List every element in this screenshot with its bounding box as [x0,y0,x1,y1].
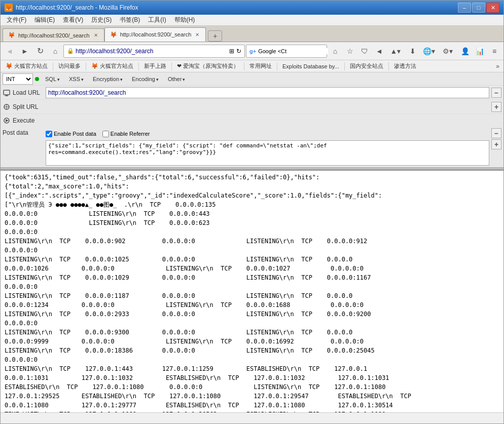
postdata-textarea[interactable] [46,140,489,166]
load-url-actions: – [491,88,501,98]
tab-1-favicon: 🦊 [8,32,15,38]
output-line: 127.0.0.1:29525 ESTABLISHED\r\n TCP 127.… [5,392,499,401]
postdata-minus[interactable]: – [491,128,501,138]
enable-post-checkbox[interactable] [46,131,52,137]
menu-help[interactable]: 帮助(H) [170,15,199,25]
output-line: {"total":2,"max_score":1.0,"hits": [5,182,499,191]
maximize-button[interactable]: □ [472,3,485,13]
load-url-text: Load URL [13,89,40,96]
svg-marker-7 [6,119,9,122]
output-line: 0.0.0.0:1026 0.0.0.0:0 LISTENING\r\n TCP… [5,264,499,273]
tab-1[interactable]: 🦊 http://localhost:9200/_search ✕ [3,28,104,42]
enable-post-label[interactable]: Enable Post data [46,131,96,137]
star-icon[interactable]: ☆ [343,44,357,58]
postdata-label: Post data [3,127,46,136]
minimize-button[interactable]: – [458,3,471,13]
postdata-plus[interactable]: + [491,139,501,149]
bookmark-7-label: Exploits Database by... [282,63,339,69]
menu-edit[interactable]: 编辑(E) [30,15,59,25]
bookmark-1[interactable]: 🦊 火狐官方站点 [3,61,51,71]
encryption-menu[interactable]: Encryption [89,75,127,83]
output-line: ["\r\n管理员 Э ●●● ●●●●▲_ ●●图●_ .\r\n TCP 0… [5,200,499,209]
bookmark-5-label: 爱淘宝（原淘宝特卖） [183,62,239,70]
enable-referrer-text: Enable Referrer [111,131,150,137]
forward-button[interactable]: ► [18,44,32,58]
bookmarks-more[interactable]: » [494,62,501,71]
back-nav-icon[interactable]: ◄ [372,44,386,58]
tab-1-label: http://localhost:9200/_search [18,32,90,38]
output-area[interactable]: {"took":6315,"timed_out":false,"_shards"… [1,170,503,412]
output-line: LISTENING\r\n TCP 0.0.0.0:1187 0.0.0.0:0… [5,291,499,300]
search-input[interactable] [258,48,328,54]
encoding-select[interactable]: INT UTF-8 Base64 [3,73,33,85]
bookmark-4[interactable]: 新手上路 [141,61,169,71]
postdata-actions: – + [491,127,501,150]
bookmark-sep-2 [86,62,86,70]
sql-menu[interactable]: SQL [41,75,64,83]
settings-icon[interactable]: ⚙▾ [439,44,457,58]
menu-file[interactable]: 文件(F) [3,15,30,25]
download-icon[interactable]: ⬇ [406,44,420,58]
enable-referrer-label[interactable]: Enable Referrer [102,131,150,137]
enable-referrer-checkbox[interactable] [102,131,109,137]
bookmark-5[interactable]: ❤ 爱淘宝（原淘宝特卖） [174,61,242,71]
load-url-input[interactable] [46,87,489,98]
stats-icon[interactable]: 📊 [473,44,487,58]
menu-history[interactable]: 历史(S) [87,15,116,25]
hackbar: INT UTF-8 Base64 SQL XSS Encryption Enco… [1,72,503,168]
home-button[interactable]: ⌂ [48,44,62,58]
execute-label-group: Execute [3,117,46,125]
menu-tools[interactable]: 工具(I) [144,15,170,25]
output-line: [{"_index":".scripts","_type":"groovy","… [5,191,499,200]
home-nav-icon[interactable]: ⌂ [328,44,342,58]
reload-icon[interactable]: ↻ [236,48,241,55]
output-line: 0.0.0.0:9999 0.0.0.0:0 LISTENING\r\n TCP… [5,337,499,346]
output-line: LISTENING\r\n TCP 0.0.0.0:18386 0.0.0.0:… [5,346,499,355]
load-url-minus[interactable]: – [491,88,501,98]
reload-button[interactable]: ↻ [33,44,47,58]
bookmark-5-icon: ❤ [177,63,182,69]
xss-menu[interactable]: XSS [65,75,88,83]
bookmark-3-icon: 🦊 [91,63,98,69]
bookmark-1-icon: 🦊 [6,63,13,69]
tab-2-favicon: 🦊 [110,31,117,38]
bookmark-6[interactable]: 常用网址 [246,61,275,71]
close-button[interactable]: ✕ [486,3,499,13]
tab-2-close[interactable]: ✕ [194,31,200,38]
tab-2[interactable]: 🦊 http://localhost:9200/_search ✕ [104,27,206,42]
bookmarks-icon[interactable]: ⊞ [229,48,234,55]
output-line: 0.0.0.0:1234 0.0.0.0:0 LISTENING\r\n TCP… [5,300,499,310]
search-engine-icon: g+ [249,48,256,54]
bookmark-sep-1 [53,62,53,70]
split-url-text: Split URL [13,103,39,110]
encoding-menu[interactable]: Encoding [128,75,163,83]
shield-icon[interactable]: 🛡 [357,44,372,58]
bookmark-3[interactable]: 🦊 火狐官方站点 [88,61,136,71]
menu-bookmarks[interactable]: 书签(B) [116,15,144,25]
address-input[interactable] [76,48,229,55]
output-line: 0.0.0.0:0 [5,246,499,255]
output-line: 0.0.0.0:0 [5,355,499,364]
share-icon[interactable]: ▲▾ [387,44,405,58]
bookmark-2[interactable]: 访问最多 [55,61,84,71]
tab-2-label: http://localhost:9200/_search [120,31,192,37]
load-url-icon [3,89,11,97]
menu-dots-icon[interactable]: ≡ [487,44,501,58]
tab-1-close[interactable]: ✕ [93,32,99,38]
other-menu[interactable]: Other [164,75,190,83]
back-button[interactable]: ◄ [3,44,17,58]
bookmark-6-label: 常用网址 [249,62,272,70]
output-line: 0.0.0.0:0 [5,319,499,328]
user-icon[interactable]: 👤 [458,44,472,58]
bookmark-9[interactable]: 渗透方法 [391,61,419,71]
menu-view[interactable]: 查看(V) [59,15,87,25]
bookmark-7[interactable]: Exploits Database by... [279,62,342,70]
split-url-plus[interactable]: + [491,102,501,112]
bookmark-8[interactable]: 国内安全站点 [347,61,386,71]
output-line: LISTENING\r\n TCP 0.0.0.0:2933 0.0.0.0:0… [5,310,499,319]
load-url-row: Load URL – [1,86,503,100]
output-line: LISTENING\r\n TCP 0.0.0.0:1029 0.0.0.0:0… [5,273,499,282]
bookmark-3-label: 火狐官方站点 [100,62,133,70]
new-tab-button[interactable]: + [208,30,222,42]
globe-icon[interactable]: 🌐▾ [420,44,439,58]
